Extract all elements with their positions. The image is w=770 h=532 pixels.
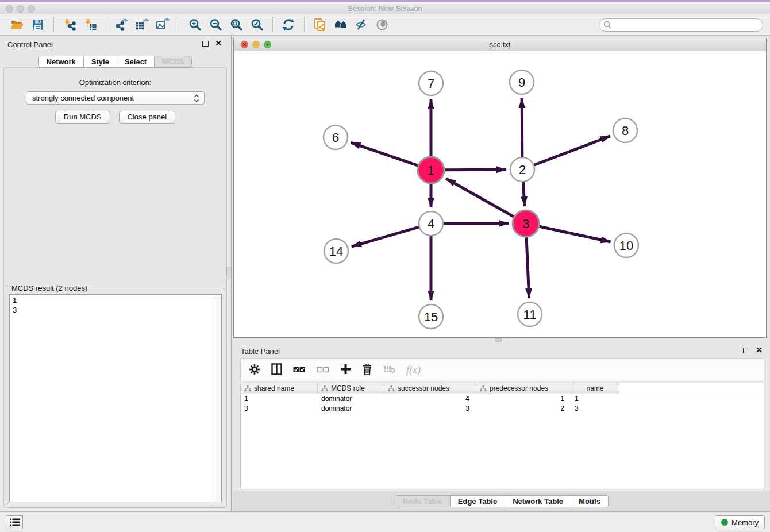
table-cell[interactable]: 3 xyxy=(571,404,619,414)
graph-edge-1-2[interactable] xyxy=(443,169,506,170)
table-cell[interactable]: 1 xyxy=(476,394,571,404)
table-row[interactable]: 3dominator323 xyxy=(241,404,764,414)
close-panel-button[interactable]: Close panel xyxy=(119,111,176,124)
tab-node-table[interactable]: Node Table xyxy=(395,496,451,507)
clone-network-icon xyxy=(313,18,327,32)
delete-column-button[interactable] xyxy=(362,364,372,377)
list-icon xyxy=(10,518,20,526)
memory-button[interactable]: Memory xyxy=(715,515,765,529)
tab-edge-table[interactable]: Edge Table xyxy=(451,496,505,507)
hide-graphics-button[interactable] xyxy=(353,17,370,33)
deselect-all-button[interactable] xyxy=(317,366,329,375)
search-input[interactable] xyxy=(614,20,763,30)
graph-edge-3-11[interactable] xyxy=(526,236,529,298)
open-session-button[interactable] xyxy=(9,17,26,33)
table-cell[interactable]: dominator xyxy=(318,394,384,404)
network-window-titlebar[interactable]: ✕ − + scc.txt xyxy=(234,38,766,51)
zoom-out-button[interactable] xyxy=(207,17,224,33)
search-field[interactable] xyxy=(599,18,763,32)
column-header-predecessor-nodes[interactable]: predecessor nodes xyxy=(476,383,571,394)
tab-network[interactable]: Network xyxy=(39,56,84,67)
network-title: scc.txt xyxy=(234,40,766,49)
attribute-tree-icon xyxy=(244,385,251,392)
column-header-name[interactable]: name xyxy=(571,383,619,394)
import-network-button[interactable] xyxy=(61,17,78,33)
network-canvas[interactable]: 1234678910111415 xyxy=(234,51,766,337)
table-cell[interactable]: 2 xyxy=(476,404,571,414)
toolbar-separator xyxy=(304,17,305,32)
show-all-networks-button[interactable] xyxy=(332,17,349,33)
control-panel: Control Panel ✕ NetworkStyleSelectMCDS O… xyxy=(0,36,230,511)
graph-edge-3-10[interactable] xyxy=(538,226,611,242)
mcds-result-area[interactable]: 1 3 xyxy=(9,294,222,502)
table-cell[interactable]: 1 xyxy=(571,394,619,404)
horizontal-splitter-handle[interactable] xyxy=(495,338,502,342)
graph-edge-2-9[interactable] xyxy=(522,98,522,159)
graph-edge-4-14[interactable] xyxy=(352,226,421,246)
float-panel-icon[interactable] xyxy=(202,41,209,47)
control-panel-header: Control Panel ✕ xyxy=(0,36,230,52)
tab-motifs[interactable]: Motifs xyxy=(571,496,608,507)
table-cell[interactable]: 3 xyxy=(384,404,476,414)
control-panel-tabs: NetworkStyleSelectMCDS xyxy=(0,56,230,68)
show-columns-button[interactable] xyxy=(271,363,282,377)
tab-style[interactable]: Style xyxy=(84,56,117,67)
table-row[interactable]: 1dominator411 xyxy=(241,394,764,404)
import-network-icon xyxy=(63,18,76,32)
column-label: successor nodes xyxy=(398,384,449,392)
zoom-fit-button[interactable] xyxy=(228,17,245,33)
graph-edge-3-1[interactable] xyxy=(446,179,515,218)
save-session-button[interactable] xyxy=(29,17,47,33)
tab-select[interactable]: Select xyxy=(117,56,155,67)
column-header-MCDS-role[interactable]: MCDS role xyxy=(318,383,384,394)
tab-mcds[interactable]: MCDS xyxy=(155,56,191,67)
eye-slash-icon xyxy=(355,18,368,32)
open-folder-icon xyxy=(10,18,24,32)
table-cell[interactable]: 3 xyxy=(241,404,318,414)
delete-table-button[interactable] xyxy=(383,365,395,375)
node-table: shared nameMCDS rolesuccessor nodesprede… xyxy=(240,383,764,489)
graph-node-label-10: 10 xyxy=(619,238,633,253)
mcds-result-title: MCDS result (2 nodes) xyxy=(10,284,88,292)
table-tab-bar: Node TableEdge TableNetwork TableMotifs xyxy=(233,491,770,511)
graph-edge-1-6[interactable] xyxy=(351,142,419,166)
result-scrollbar[interactable] xyxy=(215,295,221,502)
export-table-button[interactable] xyxy=(134,17,151,33)
table-settings-button[interactable] xyxy=(249,364,260,377)
selected-criterion: strongly connected component xyxy=(32,94,194,102)
add-column-button[interactable] xyxy=(340,364,351,376)
show-graphics-button[interactable] xyxy=(374,17,391,33)
optimization-criterion-select[interactable]: strongly connected component xyxy=(26,91,205,105)
zoom-fit-icon xyxy=(230,18,243,32)
close-panel-icon[interactable]: ✕ xyxy=(756,345,763,354)
main-toolbar xyxy=(0,14,770,36)
export-network-button[interactable] xyxy=(113,17,130,33)
table-cell[interactable]: 4 xyxy=(384,394,476,404)
float-panel-icon[interactable] xyxy=(743,348,749,353)
zoom-in-button[interactable] xyxy=(186,17,203,33)
toolbar-separator xyxy=(179,17,179,32)
graph-edge-2-8[interactable] xyxy=(533,136,610,165)
toolbar-separator xyxy=(53,17,54,32)
close-panel-icon[interactable]: ✕ xyxy=(215,38,222,48)
task-history-button[interactable] xyxy=(6,515,23,529)
attribute-tree-icon xyxy=(480,385,487,392)
run-mcds-button[interactable]: Run MCDS xyxy=(55,111,110,124)
select-all-button[interactable] xyxy=(293,366,306,375)
column-header-successor-nodes[interactable]: successor nodes xyxy=(384,383,476,394)
import-table-button[interactable] xyxy=(82,17,99,33)
graph-edge-2-3[interactable] xyxy=(523,180,525,206)
table-cell[interactable]: dominator xyxy=(318,404,384,414)
export-image-button[interactable] xyxy=(155,17,172,33)
column-header-shared-name[interactable]: shared name xyxy=(241,383,318,394)
tab-network-table[interactable]: Network Table xyxy=(505,496,571,507)
vertical-splitter-handle[interactable] xyxy=(226,267,232,276)
apply-style-button[interactable] xyxy=(280,17,297,33)
delete-table-icon xyxy=(383,365,395,373)
zoom-selected-button[interactable] xyxy=(248,17,265,33)
table-cell[interactable]: 1 xyxy=(241,394,318,404)
clone-network-button[interactable] xyxy=(311,17,329,33)
graph-node-label-7: 7 xyxy=(428,76,434,91)
function-builder-button[interactable]: f(x) xyxy=(406,364,421,376)
search-icon xyxy=(603,21,611,29)
